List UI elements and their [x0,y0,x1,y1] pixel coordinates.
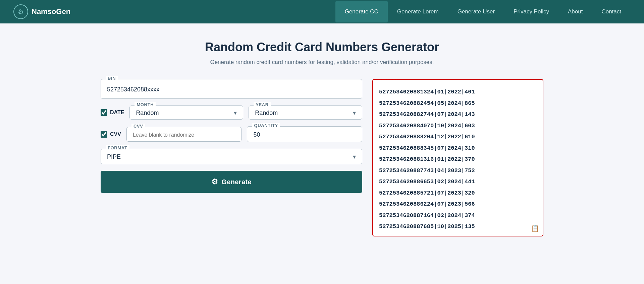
right-panel: RESULT 5272534620881324|01|2022|40152725… [372,79,543,236]
content-layout: BIN DATE MONTH Random ▾ [101,79,543,236]
cvv-field-label: CVV [131,124,145,129]
result-container: RESULT 5272534620881324|01|2022|40152725… [372,79,543,236]
result-item: 5272534620886224|07|2023|566 [379,199,537,210]
logo-icon: ⚙ [13,4,28,19]
result-item: 5272534620886653|02|2024|441 [379,176,537,188]
nav-item-contact[interactable]: Contact [592,1,631,22]
bin-label: BIN [106,76,118,81]
result-item: 5272534620888345|07|2024|310 [379,143,537,154]
cvv-label: CVV [110,131,121,137]
result-item: 5272534620881324|01|2022|401 [379,86,537,98]
logo[interactable]: ⚙ NamsoGen [13,4,70,19]
bin-field-group: BIN [101,79,362,99]
month-select-group: MONTH Random ▾ [129,105,243,120]
date-row: DATE MONTH Random ▾ YEAR Random ▾ [101,105,362,120]
cvv-checkbox-label[interactable]: CVV [101,131,121,138]
gear-icon: ⚙ [211,178,218,186]
result-list[interactable]: 5272534620881324|01|2022|401527253462088… [379,86,537,232]
result-label: RESULT [378,79,400,81]
date-label: DATE [110,110,124,116]
nav-item-privacy-policy[interactable]: Privacy Policy [504,1,558,22]
result-item: 5272534620885721|07|2023|320 [379,188,537,199]
result-item: 5272534620881316|01|2022|370 [379,154,537,165]
month-label: MONTH [135,102,156,107]
result-item: 5272534620887685|10|2025|135 [379,221,537,232]
year-value: Random [255,110,278,117]
cvv-row: CVV CVV QUANTITY [101,126,362,142]
format-chevron-icon: ▾ [353,153,356,160]
left-panel: BIN DATE MONTH Random ▾ [101,79,362,193]
format-select[interactable]: PIPE ▾ [107,153,356,160]
format-value: PIPE [107,153,121,160]
cvv-checkbox[interactable] [101,131,107,138]
result-item: 5272534620882744|07|2024|143 [379,109,537,120]
generate-button[interactable]: ⚙ Generate [101,171,362,193]
main-nav: Generate CC Generate Lorem Generate User… [335,1,631,22]
quantity-input[interactable] [253,130,356,139]
year-select-group: YEAR Random ▾ [249,105,362,120]
nav-item-generate-lorem[interactable]: Generate Lorem [388,1,448,22]
cvv-input[interactable] [133,131,235,139]
page-title: Random Credit Card Numbers Generator [101,40,543,54]
result-item: 5272534620887743|04|2023|752 [379,165,537,176]
year-label: YEAR [254,102,271,107]
format-field-group: FORMAT PIPE ▾ [101,149,362,164]
result-item: 5272534620887164|02|2024|374 [379,210,537,221]
bin-input[interactable] [107,85,356,94]
copy-icon[interactable]: 📋 [531,224,539,232]
nav-item-generate-user[interactable]: Generate User [448,1,504,22]
month-chevron-icon: ▾ [234,109,237,117]
format-label: FORMAT [106,145,129,150]
result-item: 5272534620884070|10|2024|603 [379,120,537,132]
month-select[interactable]: Random ▾ [136,109,237,117]
logo-text: NamsoGen [32,7,70,16]
year-select[interactable]: Random ▾ [255,109,356,117]
result-item: 5272534620888204|12|2022|610 [379,131,537,143]
generate-label: Generate [221,178,252,186]
result-item: 5272534620882454|05|2024|865 [379,98,537,109]
quantity-label: QUANTITY [252,123,280,128]
quantity-field-group: QUANTITY [247,126,362,142]
date-checkbox-label[interactable]: DATE [101,109,124,116]
nav-item-about[interactable]: About [558,1,592,22]
cvv-field-group: CVV [126,127,242,142]
page-subtitle: Generate random credit card numbers for … [101,59,543,66]
header: ⚙ NamsoGen Generate CC Generate Lorem Ge… [0,0,644,23]
date-checkbox[interactable] [101,109,107,116]
month-value: Random [136,110,159,117]
main-content: Random Credit Card Numbers Generator Gen… [87,23,557,250]
year-chevron-icon: ▾ [353,109,356,117]
nav-item-generate-cc[interactable]: Generate CC [335,1,388,22]
